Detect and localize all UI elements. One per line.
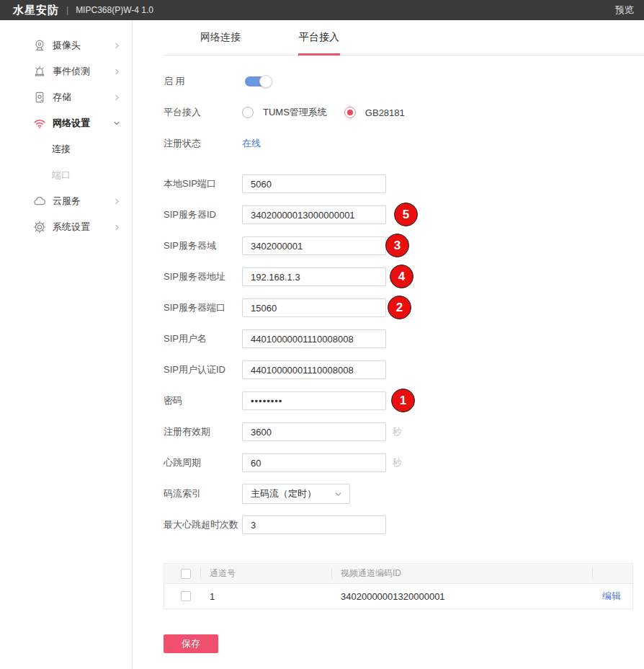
- sidebar-item-label: 摄像头: [53, 39, 114, 52]
- radio-label-gb28181: GB28181: [365, 107, 405, 118]
- sidebar-item-system-settings[interactable]: 系统设置: [0, 214, 132, 240]
- table-row: 134020000001320000001编辑: [164, 584, 632, 608]
- field-label: 心跳周期: [164, 456, 242, 469]
- chevron-down-icon: [334, 490, 342, 498]
- sidebar-item-storage[interactable]: 存储: [0, 84, 132, 110]
- platform-type-label: 平台接入: [164, 106, 242, 119]
- sidebar-item-label: 系统设置: [53, 221, 114, 234]
- save-button[interactable]: 保存: [164, 634, 218, 653]
- text-input[interactable]: [242, 298, 386, 317]
- chevron-right-icon: [114, 198, 120, 205]
- form-field-row: 密码1: [164, 391, 644, 410]
- sidebar-item-event-detection[interactable]: 事件侦测: [0, 58, 132, 84]
- tabbar: 网络连接 平台接入: [133, 20, 644, 56]
- register-status-label: 注册状态: [164, 137, 242, 150]
- annotation-badge-3: 3: [385, 234, 409, 257]
- field-label: 码流索引: [164, 487, 242, 500]
- form-field-row: SIP服务器ID5: [164, 205, 644, 224]
- field-label: 注册有效期: [164, 425, 242, 438]
- annotation-badge-2: 2: [388, 296, 411, 319]
- field-label: SIP用户认证ID: [164, 363, 242, 376]
- text-input[interactable]: [242, 236, 386, 255]
- sidebar-item-label: 存储: [53, 91, 114, 104]
- preview-link[interactable]: 预览: [615, 4, 634, 17]
- chevron-down-icon: [113, 120, 120, 127]
- tab-network-connection[interactable]: 网络连接: [200, 31, 241, 56]
- form-field-row: SIP服务器端口2: [164, 298, 644, 317]
- stream-index-row: 码流索引主码流（定时）: [164, 484, 644, 503]
- encode-id-cell: 34020000001320000001: [331, 584, 592, 608]
- row-checkbox-cell: [164, 584, 200, 608]
- text-input[interactable]: [242, 515, 386, 534]
- enable-toggle[interactable]: [245, 76, 269, 87]
- form-field-row: 注册有效期秒: [164, 422, 644, 441]
- form-field-row: 心跳周期秒: [164, 453, 644, 472]
- field-label: SIP服务器域: [164, 239, 242, 252]
- field-label: 密码: [164, 394, 242, 407]
- radio-label-tums: TUMS管理系统: [263, 106, 327, 119]
- select-value: 主码流（定时）: [251, 487, 316, 500]
- platform-access-panel: 启 用 平台接入 TUMS管理系统 GB28181 注册状态: [133, 56, 644, 653]
- sidebar-item-cloud-service[interactable]: 云服务: [0, 188, 132, 214]
- annotation-badge-5: 5: [394, 203, 418, 226]
- sidebar-subitem-port[interactable]: 端口: [0, 162, 132, 188]
- radio-tums[interactable]: TUMS管理系统: [242, 106, 327, 119]
- chevron-right-icon: [114, 224, 120, 231]
- sidebar-item-camera[interactable]: 摄像头: [0, 32, 132, 58]
- text-input[interactable]: [242, 360, 386, 379]
- gear-icon: [33, 221, 46, 234]
- select-all-checkbox[interactable]: [181, 569, 191, 579]
- chevron-right-icon: [114, 43, 120, 49]
- text-input[interactable]: [242, 205, 386, 224]
- sidebar-item-label: 网络设置: [53, 117, 113, 130]
- wifi-icon: [33, 117, 46, 130]
- field-label: SIP服务器地址: [164, 270, 242, 283]
- radio-gb28181[interactable]: GB28181: [344, 107, 405, 118]
- table-header-row: 通道号 视频通道编码ID: [164, 564, 632, 584]
- text-input[interactable]: [242, 329, 386, 348]
- text-input[interactable]: [242, 174, 386, 193]
- field-label: SIP服务器端口: [164, 301, 242, 314]
- sidebar-item-network-settings[interactable]: 网络设置: [0, 110, 132, 136]
- form-field-row: SIP服务器地址4: [164, 267, 644, 286]
- chevron-right-icon: [114, 94, 120, 101]
- storage-icon: [33, 91, 46, 104]
- brand-logo: 水星安防: [13, 4, 59, 17]
- channel-cell: 1: [200, 584, 331, 608]
- header-encode-id: 视频通道编码ID: [331, 564, 592, 583]
- password-input[interactable]: [242, 391, 386, 410]
- table-body: 134020000001320000001编辑: [164, 584, 632, 608]
- main-content: 网络连接 平台接入 启 用 平台接入 TUMS管理系统 GB28181: [133, 20, 644, 669]
- edit-link[interactable]: 编辑: [602, 590, 621, 603]
- form-field-row: SIP用户名: [164, 329, 644, 348]
- header-checkbox-cell: [164, 564, 200, 583]
- field-label: SIP用户名: [164, 332, 242, 345]
- row-checkbox[interactable]: [181, 591, 191, 601]
- unit-suffix: 秒: [393, 425, 402, 438]
- tab-platform-access[interactable]: 平台接入: [299, 31, 339, 56]
- unit-suffix: 秒: [393, 456, 402, 469]
- camera-icon: [33, 39, 46, 52]
- sidebar-nav: 摄像头事件侦测存储网络设置连接端口云服务系统设置: [0, 32, 132, 240]
- sidebar-subitem-connection[interactable]: 连接: [0, 136, 132, 162]
- stream-index-select[interactable]: 主码流（定时）: [242, 484, 350, 504]
- sip-fields: 本地SIP端口SIP服务器ID5SIP服务器域3SIP服务器地址4SIP服务器端…: [164, 174, 644, 534]
- form-field-row: SIP用户认证ID: [164, 360, 644, 379]
- radio-checked-icon: [344, 107, 356, 118]
- annotation-badge-4: 4: [390, 265, 413, 288]
- field-label: 本地SIP端口: [164, 177, 242, 190]
- sidebar-item-label: 事件侦测: [53, 65, 114, 78]
- text-input[interactable]: [242, 453, 386, 472]
- sidebar: 摄像头事件侦测存储网络设置连接端口云服务系统设置: [0, 20, 133, 669]
- alarm-icon: [33, 65, 46, 78]
- field-label: SIP服务器ID: [164, 208, 242, 221]
- channel-table: 通道号 视频通道编码ID 134020000001320000001编辑: [164, 563, 633, 609]
- field-label: 最大心跳超时次数: [164, 518, 242, 531]
- text-input[interactable]: [242, 267, 386, 286]
- device-model: MIPC368(P)W-4 1.0: [76, 5, 153, 15]
- header-channel: 通道号: [200, 564, 331, 583]
- text-input[interactable]: [242, 422, 386, 441]
- form-field-row: 最大心跳超时次数: [164, 515, 644, 534]
- toggle-knob: [259, 75, 272, 88]
- sidebar-item-label: 云服务: [53, 195, 114, 208]
